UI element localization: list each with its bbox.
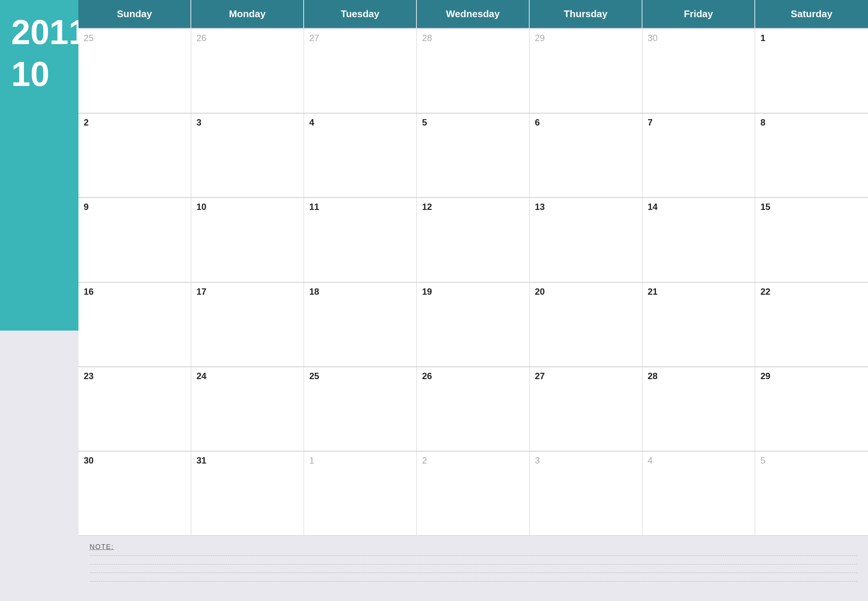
header-cell-thursday: Thursday <box>529 0 642 29</box>
day-cell: 25 <box>78 29 191 113</box>
calendar-grid: SundayMondayTuesdayWednesdayThursdayFrid… <box>78 0 868 535</box>
day-cell: 19 <box>417 282 529 367</box>
day-cell: 15 <box>755 198 868 282</box>
day-cell: 30 <box>78 451 191 535</box>
day-number: 25 <box>84 33 186 43</box>
day-cell: 2 <box>78 113 191 198</box>
day-cell: 31 <box>191 451 304 535</box>
day-cell: 8 <box>755 113 868 198</box>
day-cell: 1 <box>304 451 417 535</box>
day-number: 2 <box>84 117 186 128</box>
week-row-5: 23242526272829 <box>78 367 868 451</box>
notes-line <box>90 564 857 564</box>
day-number: 19 <box>422 287 524 297</box>
day-number: 27 <box>309 33 411 43</box>
day-cell: 24 <box>191 367 304 451</box>
day-number: 16 <box>84 287 186 297</box>
day-cell: 27 <box>529 367 642 451</box>
day-cell: 10 <box>191 198 304 282</box>
week-row-2: 2345678 <box>78 113 868 198</box>
day-number: 29 <box>535 33 637 43</box>
week-row-4: 16171819202122 <box>78 282 868 367</box>
day-cell: 21 <box>642 282 755 367</box>
header-cell-friday: Friday <box>642 0 755 29</box>
calendar-header: SundayMondayTuesdayWednesdayThursdayFrid… <box>78 0 868 29</box>
day-number: 28 <box>648 371 750 381</box>
notes-line <box>90 581 857 581</box>
day-number: 3 <box>535 455 637 466</box>
day-number: 11 <box>309 202 411 212</box>
day-number: 30 <box>648 33 750 43</box>
day-number: 4 <box>648 455 750 466</box>
header-cell-monday: Monday <box>191 0 304 29</box>
day-cell: 5 <box>417 113 529 198</box>
calendar-main: SundayMondayTuesdayWednesdayThursdayFrid… <box>78 0 868 601</box>
day-number: 14 <box>648 202 750 212</box>
day-number: 5 <box>760 455 863 466</box>
day-cell: 29 <box>755 367 868 451</box>
day-cell: 3 <box>529 451 642 535</box>
day-number: 8 <box>760 117 863 128</box>
header-cell-sunday: Sunday <box>78 0 191 29</box>
day-number: 12 <box>422 202 524 212</box>
day-cell: 26 <box>417 367 529 451</box>
day-number: 13 <box>535 202 637 212</box>
day-cell: 9 <box>78 198 191 282</box>
day-cell: 28 <box>417 29 529 113</box>
sidebar: 2011 10 October <box>0 0 78 601</box>
day-cell: 28 <box>642 367 755 451</box>
day-cell: 13 <box>529 198 642 282</box>
day-cell: 5 <box>755 451 868 535</box>
header-cell-tuesday: Tuesday <box>304 0 417 29</box>
day-cell: 4 <box>642 451 755 535</box>
day-cell: 7 <box>642 113 755 198</box>
day-number: 18 <box>309 287 411 297</box>
day-cell: 20 <box>529 282 642 367</box>
day-number: 7 <box>648 117 750 128</box>
day-number: 4 <box>309 117 411 128</box>
day-cell: 6 <box>529 113 642 198</box>
day-number: 25 <box>309 371 411 381</box>
day-number: 1 <box>309 455 411 466</box>
day-number: 27 <box>535 371 637 381</box>
day-cell: 23 <box>78 367 191 451</box>
notes-line <box>90 555 857 556</box>
week-row-3: 9101112131415 <box>78 198 868 282</box>
day-number: 10 <box>197 202 298 212</box>
year-label: 2011 <box>11 15 88 49</box>
day-cell: 3 <box>191 113 304 198</box>
day-cell: 27 <box>304 29 417 113</box>
day-cell: 16 <box>78 282 191 367</box>
day-cell: 14 <box>642 198 755 282</box>
weeks-container: 2526272829301234567891011121314151617181… <box>78 29 868 535</box>
day-cell: 26 <box>191 29 304 113</box>
day-number: 17 <box>197 287 298 297</box>
day-number: 31 <box>197 455 298 466</box>
day-number: 30 <box>84 455 186 466</box>
day-cell: 4 <box>304 113 417 198</box>
day-number: 24 <box>197 371 298 381</box>
day-number: 28 <box>422 33 524 43</box>
week-row-1: 2526272829301 <box>78 29 868 113</box>
day-number: 15 <box>760 202 863 212</box>
day-number: 2 <box>422 455 524 466</box>
week-row-6: 303112345 <box>78 451 868 535</box>
day-number: 9 <box>84 202 186 212</box>
day-number: 6 <box>535 117 637 128</box>
day-cell: 1 <box>755 29 868 113</box>
day-number: 23 <box>84 371 186 381</box>
notes-section: NOTE: <box>78 535 868 601</box>
day-cell: 12 <box>417 198 529 282</box>
day-number: 21 <box>648 287 750 297</box>
day-number: 26 <box>197 33 298 43</box>
day-cell: 22 <box>755 282 868 367</box>
day-cell: 25 <box>304 367 417 451</box>
month-number-label: 10 <box>11 57 49 91</box>
day-number: 3 <box>197 117 298 128</box>
day-cell: 2 <box>417 451 529 535</box>
header-cell-saturday: Saturday <box>755 0 868 29</box>
day-cell: 29 <box>529 29 642 113</box>
calendar-page: 2011 10 October SundayMondayTuesdayWedne… <box>0 0 868 601</box>
day-cell: 30 <box>642 29 755 113</box>
day-number: 5 <box>422 117 524 128</box>
